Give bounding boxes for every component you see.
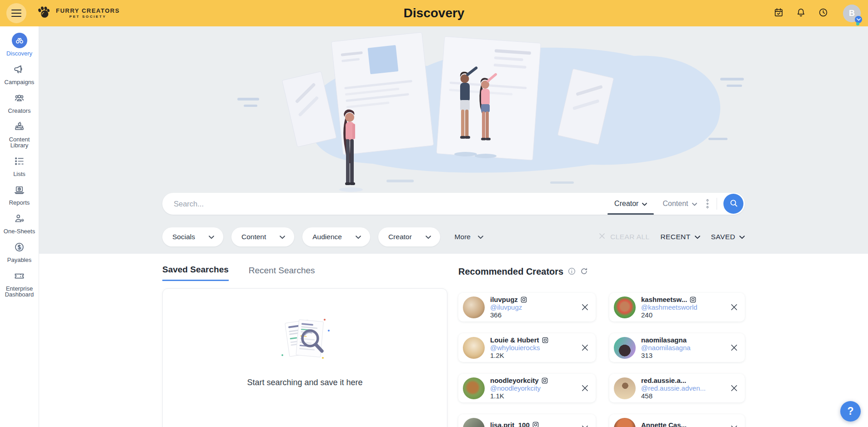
dismiss-creator-button[interactable] [730, 424, 738, 427]
creator-follower-count: 1.2K [490, 352, 548, 359]
sidebar-item-enterprise-dashboard[interactable]: Enterprise Dashboard [5, 270, 34, 297]
creator-card[interactable]: lisa.prit_100 @lisa.prit_100 [458, 414, 596, 427]
chevron-down-icon [478, 233, 483, 241]
sidebar-item-lists[interactable]: Lists [0, 155, 39, 177]
hamburger-menu-button[interactable] [6, 3, 26, 23]
creator-handle-link[interactable]: @iluvpugz [490, 303, 527, 311]
calendar-check-icon [773, 7, 784, 19]
more-label: More [455, 233, 471, 241]
user-avatar[interactable]: B [843, 5, 861, 22]
creator-handle-link[interactable]: @red.aussie.adven... [641, 384, 706, 392]
mode-creator-label: Creator [614, 200, 638, 208]
tab-recent-searches[interactable]: Recent Searches [249, 265, 315, 281]
close-icon [598, 232, 606, 241]
empty-search-illustration [277, 317, 333, 364]
dismiss-creator-button[interactable] [581, 343, 589, 352]
search-input[interactable] [162, 200, 607, 208]
sidebar-item-discovery[interactable]: Discovery [0, 33, 39, 56]
search-mode-creator[interactable]: Creator [607, 193, 655, 215]
users-group-icon [13, 92, 25, 105]
sidebar-label: Creators [8, 108, 31, 114]
creator-handle-link[interactable]: @noodleyorkcity [490, 384, 548, 392]
help-button[interactable]: ? [840, 401, 861, 422]
chip-label: Creator [388, 233, 412, 241]
info-button[interactable] [568, 267, 576, 276]
dismiss-creator-button[interactable] [730, 384, 738, 392]
chevron-down-icon [280, 233, 285, 241]
paw-logo-icon [36, 5, 52, 21]
creator-name: naomilasagna [641, 336, 687, 344]
dismiss-creator-button[interactable] [581, 384, 589, 392]
chevron-down-icon [356, 233, 361, 241]
creator-handle-link[interactable]: @kashmeetsworld [641, 303, 697, 311]
creator-follower-count: 1.1K [490, 392, 548, 400]
creator-card[interactable]: Louie & Hubert @whylouierocks 1.2K [458, 333, 596, 362]
binoculars-icon [12, 33, 27, 48]
saved-label: SAVED [711, 233, 735, 241]
history-button[interactable] [818, 7, 828, 19]
sidebar-label: Reports [9, 200, 30, 206]
creator-avatar [614, 337, 636, 359]
person-pencil-icon [13, 212, 25, 226]
creator-card[interactable]: red.aussie.a... @red.aussie.adven... 458 [609, 374, 745, 402]
search-submit-button[interactable] [723, 194, 743, 214]
creator-follower-count: 240 [641, 311, 697, 319]
recommended-creators-grid: iluvpugz @iluvpugz 366 kashmeetsw... @ka… [458, 293, 745, 427]
online-status-dot [856, 22, 859, 25]
search-icon [729, 198, 738, 209]
chevron-down-icon [695, 233, 700, 241]
search-options-kebab[interactable] [705, 196, 713, 211]
clock-icon [818, 7, 828, 19]
saved-searches-panel: Start searching and save it here [162, 288, 447, 427]
app-header: FURRY CREATORS PET SOCIETY Discovery B [0, 0, 868, 26]
creator-card[interactable]: kashmeetsw... @kashmeetsworld 240 [609, 293, 745, 322]
list-icon [13, 155, 25, 169]
creator-card[interactable]: naomilasagna @naomilasagna 313 [609, 333, 745, 362]
creator-avatar [463, 377, 485, 399]
sidebar-item-campaigns[interactable]: Campaigns [0, 63, 39, 85]
sidebar-item-reports[interactable]: Reports [0, 184, 39, 206]
tasks-calendar-button[interactable] [773, 7, 784, 19]
creator-card[interactable]: Annette Cas... @annettecasanova... [609, 414, 745, 427]
creator-handle-link[interactable]: @whylouierocks [490, 344, 548, 352]
refresh-button[interactable] [580, 267, 588, 276]
books-icon [13, 121, 25, 134]
sidebar-label: Discovery [6, 50, 32, 56]
saved-sort-button[interactable]: SAVED [711, 233, 745, 241]
filter-more-button[interactable]: More [455, 233, 483, 241]
search-bar: Creator Content [162, 193, 745, 215]
sidebar-label: Campaigns [5, 79, 35, 85]
sidebar-nav: Discovery Campaigns Creators Content Lib… [0, 26, 39, 427]
chevron-down-icon [692, 200, 697, 208]
tab-saved-searches[interactable]: Saved Searches [162, 265, 229, 281]
filter-chip-socials[interactable]: Socials [162, 227, 223, 246]
filter-chip-creator[interactable]: Creator [378, 227, 440, 246]
empty-state-message: Start searching and save it here [247, 378, 362, 387]
creator-name: iluvpugz [490, 296, 518, 303]
recent-sort-button[interactable]: RECENT [660, 233, 700, 241]
search-mode-content[interactable]: Content [655, 193, 704, 215]
dismiss-creator-button[interactable] [730, 343, 738, 352]
sidebar-item-one-sheets[interactable]: One-Sheets [0, 212, 39, 234]
dismiss-creator-button[interactable] [581, 303, 589, 311]
creator-card[interactable]: noodleyorkcity @noodleyorkcity 1.1K [458, 374, 596, 402]
instagram-icon [532, 422, 539, 427]
sidebar-item-content-library[interactable]: Content Library [6, 121, 33, 148]
clear-all-button[interactable]: CLEAR ALL [598, 232, 649, 241]
dismiss-creator-button[interactable] [581, 424, 589, 427]
brand-name: FURRY CREATORS [56, 8, 120, 15]
main-content: Creator Content Socials Content Audience [39, 26, 868, 427]
filter-chip-content[interactable]: Content [231, 227, 294, 246]
sidebar-item-payables[interactable]: Payables [0, 241, 39, 263]
filter-chip-audience[interactable]: Audience [302, 227, 370, 246]
creator-name: kashmeetsw... [641, 296, 687, 303]
notifications-button[interactable] [796, 7, 806, 19]
creator-card[interactable]: iluvpugz @iluvpugz 366 [458, 293, 596, 322]
chevron-down-icon [739, 233, 745, 241]
brand-logo[interactable]: FURRY CREATORS PET SOCIETY [36, 5, 120, 21]
creator-handle-link[interactable]: @naomilasagna [641, 344, 691, 352]
chevron-down-icon [426, 233, 431, 241]
recommended-title: Recommended Creators [458, 266, 563, 277]
sidebar-item-creators[interactable]: Creators [0, 92, 39, 114]
dismiss-creator-button[interactable] [730, 303, 738, 311]
